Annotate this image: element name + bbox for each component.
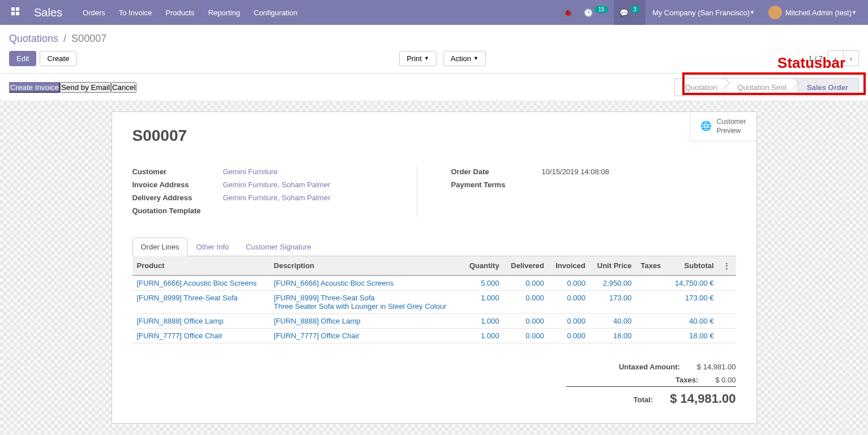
cell: 0.000	[549, 291, 590, 314]
field-label: Payment Terms	[451, 180, 542, 189]
action-button[interactable]: Action ▼	[443, 51, 486, 66]
cell: [FURN_7777] Office Chair	[132, 329, 270, 343]
fields-right: Order Date10/15/2019 14:08:08Payment Ter…	[451, 165, 736, 217]
company-selector[interactable]: My Company (San Francisco) ▼	[645, 8, 762, 17]
field-label: Delivery Address	[132, 193, 223, 202]
user-menu[interactable]: Mitchell Admin (test) ▼	[762, 6, 863, 19]
nav-configuration[interactable]: Configuration	[247, 0, 304, 25]
record-name: S00007	[132, 127, 736, 145]
table-row[interactable]: [FURN_6666] Acoustic Bloc Screens[FURN_6…	[132, 275, 736, 291]
caret-down-icon: ▼	[473, 55, 478, 61]
field-value: 10/15/2019 14:08:08	[542, 167, 736, 176]
messages-icon[interactable]: 💬3	[614, 0, 646, 25]
col-delivered[interactable]: Delivered	[504, 256, 549, 275]
apps-icon[interactable]	[5, 7, 26, 18]
untaxed-value: $ 14,981.00	[697, 363, 736, 371]
status-sales-order[interactable]: Sales Order	[797, 79, 858, 96]
svg-rect-2	[11, 12, 15, 15]
cell: 0.000	[504, 291, 549, 314]
nav-to-invoice[interactable]: To Invoice	[112, 0, 159, 25]
nav-orders[interactable]: Orders	[76, 0, 112, 25]
col-invoiced[interactable]: Invoiced	[549, 256, 590, 275]
field-label: Quotation Template	[132, 206, 223, 215]
col-quantity[interactable]: Quantity	[463, 256, 504, 275]
customer-preview-button[interactable]: 🌐 Customer Preview	[690, 112, 756, 141]
cell: [FURN_8999] Three-Seat Sofa	[132, 291, 270, 314]
field-value	[542, 180, 736, 189]
tab-customer-signature[interactable]: Customer Signature	[237, 238, 320, 256]
avatar	[768, 6, 782, 19]
user-name: Mitchell Admin (test)	[785, 8, 852, 17]
breadcrumb-sep: /	[63, 33, 66, 44]
pager-text: 1 / 7	[809, 54, 823, 63]
send-email-button[interactable]: Send by Email	[60, 82, 111, 93]
create-button[interactable]: Create	[40, 51, 76, 66]
taxes-label: Taxes:	[675, 376, 698, 384]
pager-next[interactable]: ›	[843, 50, 859, 66]
pager-prev[interactable]: ‹	[827, 50, 843, 66]
field-value[interactable]: Gemini Furniture, Soham Palmer	[223, 193, 417, 202]
print-button[interactable]: Print ▼	[399, 51, 437, 66]
cancel-button[interactable]: Cancel	[111, 82, 137, 93]
cell: 5.000	[463, 275, 504, 291]
tab-order-lines[interactable]: Order Lines	[132, 238, 188, 256]
caret-down-icon: ▼	[750, 10, 755, 15]
col-taxes[interactable]: Taxes	[636, 256, 667, 275]
svg-rect-3	[16, 12, 19, 15]
breadcrumb-parent[interactable]: Quotations	[9, 33, 58, 44]
cell: [FURN_8888] Office Lamp	[132, 314, 270, 329]
cell: [FURN_8888] Office Lamp	[270, 314, 463, 329]
create-invoice-button[interactable]: Create Invoice	[9, 82, 60, 93]
field-label: Customer	[132, 167, 223, 176]
cell: [FURN_8999] Three-Seat SofaThree Seater …	[270, 291, 463, 314]
activity-badge: 15	[595, 6, 608, 13]
nav-reporting[interactable]: Reporting	[202, 0, 247, 25]
cell: 1.000	[463, 314, 504, 329]
cell: 0.000	[549, 275, 590, 291]
cell	[636, 275, 667, 291]
status-quotation[interactable]: Quotation	[675, 79, 727, 96]
nav-menu: Orders To Invoice Products Reporting Con…	[76, 0, 304, 25]
cell: 0.000	[504, 275, 549, 291]
field-value[interactable]: Gemini Furniture, Soham Palmer	[223, 180, 417, 189]
preview-line1: Customer	[716, 118, 746, 127]
table-row[interactable]: [FURN_8888] Office Lamp[FURN_8888] Offic…	[132, 314, 736, 329]
field-label: Order Date	[451, 167, 542, 176]
company-name: My Company (San Francisco)	[652, 8, 750, 17]
pager: 1 / 7 ‹ ›	[809, 50, 859, 66]
field-value	[223, 206, 417, 215]
total-label: Total:	[634, 395, 653, 406]
cell: 0.000	[549, 329, 590, 343]
topbar: Sales Orders To Invoice Products Reporti…	[0, 0, 868, 25]
edit-button[interactable]: Edit	[9, 51, 36, 66]
cell: 14,750.00 €	[668, 275, 719, 291]
nav-products[interactable]: Products	[159, 0, 201, 25]
field-value[interactable]: Gemini Furniture	[223, 167, 417, 176]
taxes-value: $ 0.00	[715, 376, 736, 384]
untaxed-label: Untaxed Amount:	[619, 363, 680, 371]
cell: 0.000	[504, 314, 549, 329]
app-brand[interactable]: Sales	[26, 6, 70, 19]
col-unit-price[interactable]: Unit Price	[590, 256, 636, 275]
table-row[interactable]: [FURN_7777] Office Chair[FURN_7777] Offi…	[132, 329, 736, 343]
cell: 1.000	[463, 291, 504, 314]
cell	[719, 314, 736, 329]
cell: 173.00 €	[668, 291, 719, 314]
activity-icon[interactable]: 🕑15	[578, 0, 613, 25]
table-row[interactable]: [FURN_8999] Three-Seat Sofa[FURN_8999] T…	[132, 291, 736, 314]
cell: [FURN_7777] Office Chair	[270, 329, 463, 343]
cell: 173.00	[590, 291, 636, 314]
col-product[interactable]: Product	[132, 256, 270, 275]
tab-other-info[interactable]: Other Info	[187, 238, 237, 256]
status-quotation-sent[interactable]: Quotation Sent	[727, 79, 797, 96]
col-subtotal[interactable]: Subtotal	[668, 256, 719, 275]
form-sheet: 🌐 Customer Preview S00007 CustomerGemini…	[112, 111, 757, 424]
breadcrumb: Quotations / S00007	[9, 33, 859, 45]
preview-line2: Preview	[716, 127, 746, 136]
cell	[636, 291, 667, 314]
col-kebab[interactable]: ⋮	[719, 256, 736, 275]
col-description[interactable]: Description	[270, 256, 463, 275]
statusbar: Quotation Quotation Sent Sales Order	[674, 78, 859, 96]
debug-icon[interactable]: 🐞	[558, 0, 578, 25]
cell: [FURN_6666] Acoustic Bloc Screens	[132, 275, 270, 291]
